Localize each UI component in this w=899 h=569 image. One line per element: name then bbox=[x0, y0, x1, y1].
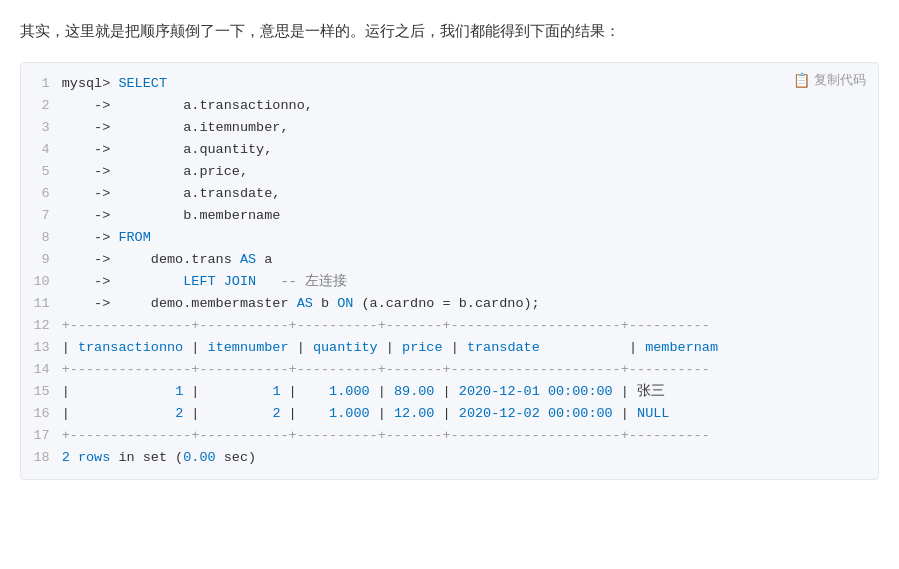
line-content: -> b.membername bbox=[56, 205, 878, 227]
code-table: 1mysql> SELECT2 -> a.transactionno,3 -> … bbox=[21, 73, 878, 469]
line-number: 14 bbox=[21, 359, 56, 381]
line-number: 12 bbox=[21, 315, 56, 337]
line-number: 6 bbox=[21, 183, 56, 205]
line-number: 8 bbox=[21, 227, 56, 249]
code-line: 5 -> a.price, bbox=[21, 161, 878, 183]
line-number: 17 bbox=[21, 425, 56, 447]
code-line: 15| 1 | 1 | 1.000 | 89.00 | 2020-12-01 0… bbox=[21, 381, 878, 403]
code-line: 3 -> a.itemnumber, bbox=[21, 117, 878, 139]
line-content: -> demo.membermaster AS b ON (a.cardno =… bbox=[56, 293, 878, 315]
line-number: 2 bbox=[21, 95, 56, 117]
line-number: 1 bbox=[21, 73, 56, 95]
line-number: 16 bbox=[21, 403, 56, 425]
line-content: -> a.transdate, bbox=[56, 183, 878, 205]
code-line: 4 -> a.quantity, bbox=[21, 139, 878, 161]
code-line: 2 -> a.transactionno, bbox=[21, 95, 878, 117]
copy-icon: 📋 bbox=[793, 72, 810, 88]
line-content: +---------------+-----------+----------+… bbox=[56, 359, 878, 381]
code-line: 17+---------------+-----------+---------… bbox=[21, 425, 878, 447]
code-line: 6 -> a.transdate, bbox=[21, 183, 878, 205]
code-line: 1mysql> SELECT bbox=[21, 73, 878, 95]
line-content: mysql> SELECT bbox=[56, 73, 878, 95]
code-line: 12+---------------+-----------+---------… bbox=[21, 315, 878, 337]
line-content: | 1 | 1 | 1.000 | 89.00 | 2020-12-01 00:… bbox=[56, 381, 878, 403]
line-content: +---------------+-----------+----------+… bbox=[56, 315, 878, 337]
line-content: -> a.itemnumber, bbox=[56, 117, 878, 139]
line-number: 11 bbox=[21, 293, 56, 315]
line-number: 7 bbox=[21, 205, 56, 227]
line-content: | transactionno | itemnumber | quantity … bbox=[56, 337, 878, 359]
code-block: 📋 复制代码 1mysql> SELECT2 -> a.transactionn… bbox=[20, 62, 879, 480]
code-line: 9 -> demo.trans AS a bbox=[21, 249, 878, 271]
copy-button[interactable]: 📋 复制代码 bbox=[793, 71, 866, 89]
line-number: 13 bbox=[21, 337, 56, 359]
code-line: 8 -> FROM bbox=[21, 227, 878, 249]
line-content: -> FROM bbox=[56, 227, 878, 249]
copy-label: 复制代码 bbox=[814, 71, 866, 89]
code-line: 10 -> LEFT JOIN -- 左连接 bbox=[21, 271, 878, 293]
line-number: 3 bbox=[21, 117, 56, 139]
line-content: -> a.quantity, bbox=[56, 139, 878, 161]
line-number: 9 bbox=[21, 249, 56, 271]
line-content: -> a.price, bbox=[56, 161, 878, 183]
code-line: 13| transactionno | itemnumber | quantit… bbox=[21, 337, 878, 359]
line-content: -> a.transactionno, bbox=[56, 95, 878, 117]
line-number: 5 bbox=[21, 161, 56, 183]
line-content: -> demo.trans AS a bbox=[56, 249, 878, 271]
code-line: 11 -> demo.membermaster AS b ON (a.cardn… bbox=[21, 293, 878, 315]
code-line: 7 -> b.membername bbox=[21, 205, 878, 227]
line-content: | 2 | 2 | 1.000 | 12.00 | 2020-12-02 00:… bbox=[56, 403, 878, 425]
code-line: 14+---------------+-----------+---------… bbox=[21, 359, 878, 381]
line-content: -> LEFT JOIN -- 左连接 bbox=[56, 271, 878, 293]
line-content: 2 rows in set (0.00 sec) bbox=[56, 447, 878, 469]
line-number: 4 bbox=[21, 139, 56, 161]
line-content: +---------------+-----------+----------+… bbox=[56, 425, 878, 447]
intro-text: 其实，这里就是把顺序颠倒了一下，意思是一样的。运行之后，我们都能得到下面的结果： bbox=[20, 18, 879, 44]
code-line: 16| 2 | 2 | 1.000 | 12.00 | 2020-12-02 0… bbox=[21, 403, 878, 425]
line-number: 15 bbox=[21, 381, 56, 403]
line-number: 10 bbox=[21, 271, 56, 293]
code-line: 182 rows in set (0.00 sec) bbox=[21, 447, 878, 469]
line-number: 18 bbox=[21, 447, 56, 469]
